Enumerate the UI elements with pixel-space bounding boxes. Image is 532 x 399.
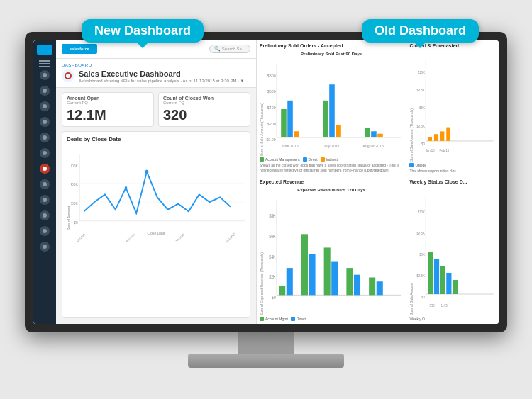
sf-line-chart: $0 200K 400K 600K	[71, 145, 245, 230]
old-chart3-container: Sum of Expected Revenue (Thousands) $0 $…	[260, 193, 404, 315]
old-top-row: Preliminary Sold Orders - Accepted Preli…	[257, 40, 499, 176]
svg-text:400K: 400K	[71, 182, 78, 186]
svg-rect-21	[323, 100, 328, 137]
svg-text:$800: $800	[267, 73, 276, 77]
svg-text:$2.5K: $2.5K	[417, 123, 426, 128]
old-chart2-legend: Upside	[409, 163, 496, 167]
legend-item-indirect: Indirect	[321, 157, 338, 162]
legend-item-direct: Direct	[303, 157, 318, 162]
old-panel1-title: Preliminary Sold Orders - Accepted	[260, 43, 404, 50]
legend-item-acct-mgmt: Account Management	[260, 157, 300, 162]
old-bottom-row: Expected Revenue Expected Revenue Next 1…	[257, 176, 499, 324]
kpi-value-count: 320	[163, 107, 245, 123]
old-dashboard-panel: Preliminary Sold Orders - Accepted Preli…	[257, 40, 499, 324]
new-dashboard-label: New Dashboard	[82, 19, 204, 43]
svg-rect-57	[354, 274, 360, 295]
new-dashboard-panel: salesforce 🔍 Search Sa... DASHBOARD	[33, 40, 257, 324]
svg-rect-58	[369, 277, 375, 295]
sidebar-icon-nav2[interactable]	[40, 117, 50, 127]
legend-color-indirect	[321, 157, 325, 162]
kpi-label-count: Count of Closed Won	[163, 96, 245, 101]
sidebar-icon-star[interactable]	[40, 86, 50, 96]
old-bar-chart3: $0 $2K $4K $6K $8K	[264, 193, 404, 315]
old-panel3-title: Expected Revenue	[260, 179, 404, 186]
old-dashboard-label: Old Dashboard	[362, 19, 479, 43]
sidebar-icon-nav6[interactable]	[40, 195, 50, 205]
sidebar-icon-home[interactable]	[40, 70, 50, 80]
svg-rect-55	[331, 261, 338, 295]
svg-text:$600: $600	[267, 89, 276, 94]
svg-text:$6K: $6K	[269, 234, 275, 239]
svg-text:$0: $0	[272, 295, 276, 300]
dash-icon-circle	[65, 72, 72, 79]
monitor-screen: salesforce 🔍 Search Sa... DASHBOARD	[33, 40, 499, 324]
kpi-sublabel-count: Current FQ	[163, 101, 245, 105]
svg-text:Feb 15: Feb 15	[440, 147, 450, 152]
sidebar-icon-nav5[interactable]	[40, 179, 50, 189]
kpi-sublabel-amount: Current FQ	[67, 101, 149, 105]
svg-text:$2K: $2K	[269, 274, 275, 279]
old-chart4-container: Sum of Sale Amount $0 $2.5K $5K $7.5K $1…	[409, 188, 496, 315]
old-panel-prelim-sold: Preliminary Sold Orders - Accepted Preli…	[257, 40, 407, 176]
sf-search-bar[interactable]: 🔍 Search Sa...	[209, 45, 250, 53]
dash-title: Sales Executive Dashboard	[79, 69, 244, 78]
legend-color-direct2	[291, 317, 295, 321]
kpi-card-count: Count of Closed Won Current FQ 320	[158, 92, 250, 127]
svg-rect-71	[453, 280, 458, 294]
svg-point-9	[145, 169, 148, 173]
dash-subtitle: A dashboard showing KPIs for sales pipel…	[79, 79, 244, 83]
search-icon: 🔍	[214, 46, 221, 52]
hamburger-icon[interactable]	[39, 63, 50, 64]
kpi-value-amount: 12.1M	[67, 107, 149, 123]
old-panel4-title: Weekly Status Close D...	[409, 179, 496, 186]
monitor-wrapper: New Dashboard Old Dashboard	[25, 32, 507, 368]
sidebar-icon-active[interactable]	[40, 164, 50, 174]
svg-rect-23	[336, 125, 341, 137]
sidebar-icon-nav1[interactable]	[40, 101, 50, 111]
svg-text:$10K: $10K	[418, 69, 426, 74]
old-chart1-y-label: Sum of Sale Amount (Thousands)	[260, 57, 264, 156]
svg-text:August 2015: August 2015	[362, 143, 384, 147]
svg-text:11/25: 11/25	[441, 303, 448, 308]
dash-title-block: Sales Executive Dashboard A dashboard sh…	[79, 69, 244, 83]
svg-rect-53	[309, 254, 315, 295]
svg-rect-70	[447, 273, 452, 294]
svg-rect-54	[324, 247, 331, 295]
sidebar-icon-nav4[interactable]	[40, 148, 50, 158]
svg-text:$0: $0	[74, 220, 78, 224]
svg-text:$8K: $8K	[269, 213, 275, 218]
svg-text:$7.5K: $7.5K	[417, 87, 426, 92]
sidebar-icon-nav7[interactable]	[40, 210, 50, 220]
old-panel4-note: Weekly O...	[409, 317, 496, 321]
monitor-stand-neck	[238, 332, 294, 354]
svg-text:$4K: $4K	[269, 254, 275, 259]
legend-color-direct	[303, 157, 307, 162]
svg-text:$0.00: $0.00	[266, 137, 275, 141]
svg-rect-52	[301, 234, 308, 295]
kpi-row: Amount Open Current FQ 12.1M Count of Cl…	[56, 88, 256, 131]
svg-rect-67	[428, 252, 433, 294]
old-bar-chart4: $0 $2.5K $5K $7.5K $10K	[414, 188, 496, 315]
legend-color-acct2	[260, 317, 264, 321]
old-bar-chart1: $0.00 $200 $400 $600 $800	[264, 57, 404, 156]
old-panel-weekly: Weekly Status Close D... Sum of Sale Amo…	[406, 176, 499, 324]
sidebar-icon-nav3[interactable]	[40, 133, 50, 142]
svg-text:$0: $0	[421, 141, 425, 146]
old-chart1-legend: Account Management Direct Indirect	[260, 157, 404, 162]
svg-rect-22	[329, 84, 335, 137]
sidebar-icon-nav8[interactable]	[40, 226, 50, 236]
svg-rect-38	[434, 134, 438, 141]
svg-rect-50	[279, 285, 285, 294]
old-chart2-y-label: Sum of Sale Amount (Thousands)	[409, 52, 414, 162]
svg-rect-69	[440, 266, 445, 294]
svg-text:$400: $400	[267, 105, 276, 109]
old-chart2-container: Sum of Sale Amount (Thousands) $0 $2.5K …	[409, 52, 496, 162]
svg-rect-51	[287, 268, 293, 295]
dash-icon	[62, 69, 74, 82]
old-panel1-desc: Shows all the closed won opps that have …	[260, 163, 404, 173]
svg-text:$200: $200	[267, 121, 276, 125]
svg-text:$5K: $5K	[420, 252, 426, 257]
breadcrumb: DASHBOARD	[62, 63, 250, 67]
sf-sidebar	[33, 40, 56, 324]
sidebar-icon-nav9[interactable]	[40, 242, 50, 252]
